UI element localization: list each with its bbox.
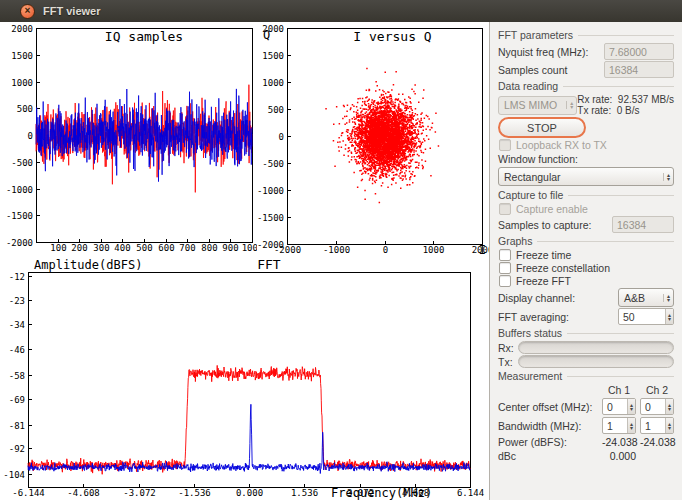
buffers-status-header: Buffers status [498,327,674,339]
capture-to-file-header: Capture to file [498,189,674,201]
nyquist-freq-label: Nyquist freq (MHz): [498,46,588,58]
svg-text:-2000: -2000 [6,238,33,248]
checkbox-icon [499,203,511,215]
display-channel-label: Display channel: [498,292,575,304]
loopback-checkbox: Loopback RX to TX [499,139,674,151]
tx-buffer-label: Tx: [498,356,518,368]
samples-count-label: Samples count [498,64,567,76]
svg-text:-1.536: -1.536 [178,488,211,498]
svg-text:I versus Q: I versus Q [353,29,431,44]
ch2-column-header: Ch 2 [640,384,674,396]
svg-text:IQ samples: IQ samples [105,29,183,44]
combo-arrows-icon: ▴▾ [566,101,573,109]
spinner-icon[interactable]: ▴▾ [627,418,635,433]
svg-text:-58: -58 [9,371,25,381]
data-reading-header: Data reading [498,80,674,92]
chart-const-svg: -2000-10000100020002000150010005000-500-… [257,22,489,258]
device-combo: LMS MIMO ▴▾ [498,96,577,115]
svg-text:0: 0 [383,245,388,255]
freeze-fft-checkbox[interactable]: Freeze FFT [499,275,674,287]
power-ch1-value: -24.038 [602,436,636,448]
data-rates: Rx rate: 92.537 MB/s Tx rate: 0 B/s [577,94,674,116]
close-button[interactable]: × [20,4,35,19]
nyquist-freq-field: 7.68000 [604,43,674,60]
center-offset-ch2-input[interactable]: 0 ▴▾ [640,398,674,415]
freeze-constellation-checkbox[interactable]: Freeze constellation [499,262,674,274]
svg-text:1500: 1500 [11,51,33,61]
section-divider [578,35,674,36]
samples-to-capture-label: Samples to capture: [498,219,591,231]
window-function-combo[interactable]: Rectangular ▴▾ [498,167,674,186]
checkbox-icon [499,275,511,287]
svg-text:-1000: -1000 [6,185,33,195]
spinner-icon[interactable]: ▴▾ [665,399,673,414]
measurement-header: Measurement [498,370,674,382]
spinner-icon[interactable]: ▴▾ [665,418,673,433]
center-offset-label: Center offset (MHz): [498,401,592,413]
stop-button[interactable]: STOP [498,117,586,138]
constellation-plot: -2000-10000100020002000150010005000-500-… [257,22,489,258]
spinner-icon[interactable]: ▴▾ [627,399,635,414]
svg-text:I: I [479,243,486,257]
section-divider [537,241,674,242]
iq-samples-plot: 1002003004005006007008009001000200015001… [0,22,257,258]
svg-text:2000: 2000 [11,24,33,34]
svg-text:1500: 1500 [262,51,284,61]
freeze-time-checkbox[interactable]: Freeze time [499,249,674,261]
svg-text:-500: -500 [11,158,33,168]
svg-text:-1000: -1000 [257,186,284,196]
checkbox-icon [499,139,511,151]
window-function-label: Window function: [498,153,674,165]
svg-text:-81: -81 [9,421,25,431]
fft-parameters-header: FFT parameters [498,29,674,41]
svg-text:Frequency(MHz): Frequency(MHz) [331,486,432,500]
ch1-column-header: Ch 1 [602,384,636,396]
dbc-ch2-empty [640,450,674,462]
checkbox-icon [499,262,511,274]
bandwidth-ch1-input[interactable]: 1 ▴▾ [602,417,636,434]
svg-text:600: 600 [158,243,174,253]
section-divider [568,195,674,196]
center-offset-ch1-input[interactable]: 0 ▴▾ [602,398,636,415]
rx-rate-text: Rx rate: 92.537 MB/s [577,94,674,105]
fft-viewer-window: × FFT viewer 100200300400500600700800900… [0,0,682,500]
svg-text:500: 500 [268,105,284,115]
svg-text:-500: -500 [262,159,284,169]
svg-text:FFT: FFT [257,258,281,272]
svg-text:0: 0 [279,132,284,142]
spinner-icon[interactable]: ▴▾ [665,309,673,324]
rx-buffer-label: Rx: [498,342,518,354]
fft-averaging-label: FFT averaging: [498,311,569,323]
svg-text:Amplitude(dBFS): Amplitude(dBFS) [34,258,142,272]
titlebar[interactable]: × FFT viewer [0,0,682,22]
svg-text:-46: -46 [9,345,25,355]
checkbox-icon [499,249,511,261]
tx-buffer-progress [518,355,674,368]
svg-text:300: 300 [93,243,109,253]
section-divider [563,86,674,87]
bandwidth-ch2-input[interactable]: 1 ▴▾ [640,417,674,434]
svg-text:0.000: 0.000 [236,488,263,498]
samples-to-capture-field: 16384 [612,216,674,233]
svg-text:-69: -69 [9,395,25,405]
control-panel: FFT parameters Nyquist freq (MHz): 7.680… [489,22,682,500]
svg-text:-34: -34 [9,320,25,330]
svg-text:800: 800 [201,243,217,253]
svg-text:1000: 1000 [242,243,257,253]
section-divider [567,333,674,334]
dbc-label: dBc [498,450,516,462]
svg-text:-1500: -1500 [6,211,33,221]
rx-buffer-progress [518,341,674,354]
window-title: FFT viewer [43,5,100,17]
svg-text:400: 400 [114,243,130,253]
svg-text:6.144: 6.144 [457,488,484,498]
fft-averaging-input[interactable]: 50 ▴▾ [618,308,674,325]
power-ch2-value: -24.038 [640,436,674,448]
svg-text:500: 500 [136,243,152,253]
plots-area: 1002003004005006007008009001000200015001… [0,22,489,500]
samples-count-field: 16384 [604,61,674,78]
display-channel-combo[interactable]: A&B ▴▾ [618,288,674,307]
svg-text:1000: 1000 [423,245,445,255]
capture-enable-checkbox: Capture enable [499,203,674,215]
svg-text:-1000: -1000 [323,245,350,255]
